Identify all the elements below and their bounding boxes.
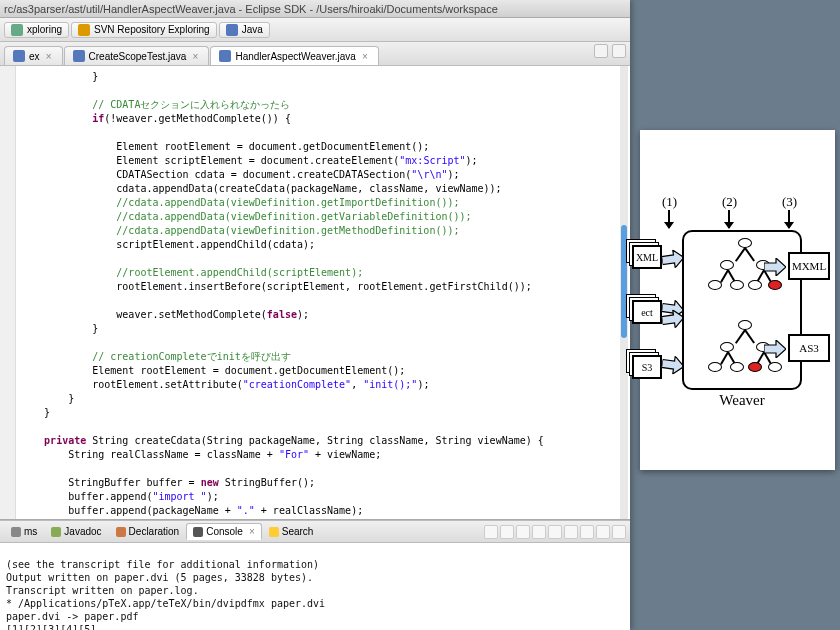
arrow-down-icon (788, 210, 790, 228)
file-icon (13, 50, 25, 62)
editor-tab-createscope[interactable]: CreateScopeTest.java× (64, 46, 210, 65)
output-box-mxml: MXML (788, 252, 830, 280)
console-output[interactable]: (see the transcript file for additional … (0, 543, 630, 630)
eclipse-window: rc/as3parser/ast/util/HandlerAspectWeave… (0, 0, 630, 630)
problems-icon (11, 527, 21, 537)
console-tool[interactable] (596, 525, 610, 539)
perspective-bar: xploring SVN Repository Exploring Java (0, 18, 630, 42)
arrow-right-icon (764, 340, 786, 358)
console-icon (193, 527, 203, 537)
weaver-caption: Weaver (682, 392, 802, 409)
close-icon[interactable]: × (44, 51, 54, 61)
console-tool[interactable] (580, 525, 594, 539)
console-tool[interactable] (532, 525, 546, 539)
diagram-panel: (1) (2) (3) XML ect S3 Weaver (640, 130, 835, 470)
editor-tab-bar: ex× CreateScopeTest.java× HandlerAspectW… (0, 42, 630, 66)
console-tool[interactable] (548, 525, 562, 539)
window-titlebar: rc/as3parser/ast/util/HandlerAspectWeave… (0, 0, 630, 18)
java-icon (226, 24, 238, 36)
editor-tab-ex[interactable]: ex× (4, 46, 63, 65)
console-tool[interactable] (612, 525, 626, 539)
arrow-down-icon (728, 210, 730, 228)
tab-javadoc[interactable]: Javadoc (44, 523, 108, 540)
editor-gutter (0, 66, 16, 519)
diagram-label-3: (3) (782, 194, 797, 210)
perspective-exploring[interactable]: xploring (4, 22, 69, 38)
file-icon (73, 50, 85, 62)
exploring-icon (11, 24, 23, 36)
console-tool[interactable] (500, 525, 514, 539)
input-box-ect: ect (632, 300, 662, 324)
vertical-scrollbar[interactable] (620, 66, 628, 519)
close-icon[interactable]: × (190, 51, 200, 61)
console-tool[interactable] (516, 525, 530, 539)
source-code[interactable]: } // CDATAセクションに入れられなかったら if(!weaver.get… (0, 66, 630, 520)
window-title: rc/as3parser/ast/util/HandlerAspectWeave… (4, 3, 498, 15)
editor-area[interactable]: } // CDATAセクションに入れられなかったら if(!weaver.get… (0, 66, 630, 520)
close-icon[interactable]: × (249, 526, 255, 537)
console-tool[interactable] (564, 525, 578, 539)
tab-console[interactable]: Console× (186, 523, 262, 540)
arrow-right-icon (764, 258, 786, 276)
maximize-view-button[interactable] (612, 44, 626, 58)
svn-icon (78, 24, 90, 36)
file-icon (219, 50, 231, 62)
editor-tab-handleraspect[interactable]: HandlerAspectWeaver.java× (210, 46, 378, 65)
output-box-as3: AS3 (788, 334, 830, 362)
javadoc-icon (51, 527, 61, 537)
diagram-label-2: (2) (722, 194, 737, 210)
arrow-down-icon (668, 210, 670, 228)
diagram-label-1: (1) (662, 194, 677, 210)
input-box-s3: S3 (632, 355, 662, 379)
perspective-svn[interactable]: SVN Repository Exploring (71, 22, 217, 38)
search-icon (269, 527, 279, 537)
tab-problems[interactable]: ms (4, 523, 44, 540)
close-icon[interactable]: × (360, 51, 370, 61)
tab-declaration[interactable]: Declaration (109, 523, 187, 540)
input-box-xml: XML (632, 245, 662, 269)
tab-search[interactable]: Search (262, 523, 321, 540)
declaration-icon (116, 527, 126, 537)
scrollbar-thumb[interactable] (621, 225, 627, 338)
console-tool[interactable] (484, 525, 498, 539)
bottom-tab-bar: ms Javadoc Declaration Console× Search (0, 521, 630, 543)
bottom-panel: ms Javadoc Declaration Console× Search (… (0, 520, 630, 630)
minimize-view-button[interactable] (594, 44, 608, 58)
perspective-java[interactable]: Java (219, 22, 270, 38)
